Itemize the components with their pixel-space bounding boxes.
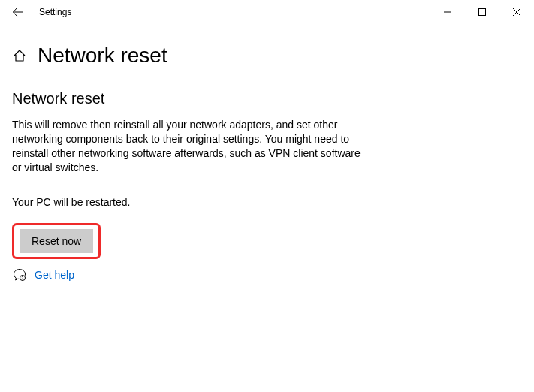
window-controls xyxy=(430,0,534,24)
highlight-box: Reset now xyxy=(12,223,101,259)
svg-text:?: ? xyxy=(22,276,24,280)
back-button[interactable] xyxy=(11,5,26,20)
page-header: Network reset xyxy=(12,44,522,68)
titlebar-label: Settings xyxy=(39,7,71,17)
titlebar: Settings xyxy=(0,0,534,24)
close-button[interactable] xyxy=(499,0,534,24)
maximize-button[interactable] xyxy=(465,0,499,24)
chat-help-icon: ? xyxy=(13,268,26,282)
description-text: This will remove then reinstall all your… xyxy=(12,118,373,175)
arrow-left-icon xyxy=(12,6,24,18)
get-help-link[interactable]: Get help xyxy=(35,269,74,281)
reset-now-button[interactable]: Reset now xyxy=(20,229,93,253)
home-button[interactable] xyxy=(12,48,27,63)
help-icon-wrapper: ? xyxy=(13,268,26,282)
svg-rect-1 xyxy=(479,9,486,16)
help-row: ? Get help xyxy=(13,268,522,282)
content-area: Network reset Network reset This will re… xyxy=(0,44,534,282)
restart-note: Your PC will be restarted. xyxy=(12,196,522,208)
minimize-button[interactable] xyxy=(430,0,465,24)
page-title: Network reset xyxy=(38,44,167,68)
minimize-icon xyxy=(444,8,451,16)
close-icon xyxy=(513,8,520,16)
section-heading: Network reset xyxy=(12,90,522,107)
home-icon xyxy=(13,49,26,62)
maximize-icon xyxy=(478,8,486,16)
